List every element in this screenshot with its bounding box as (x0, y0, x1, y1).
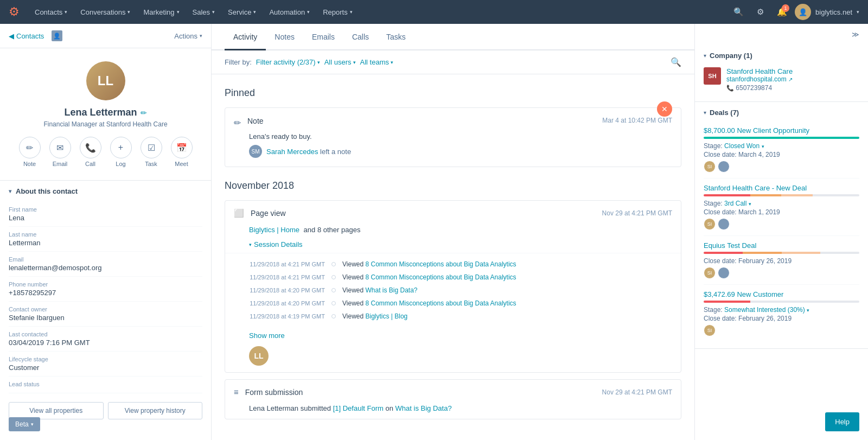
page-view-main-link[interactable]: Biglytics | Home (249, 226, 299, 234)
contacts-header: ◀ Contacts 👤 Actions ▾ (0, 24, 211, 48)
company-url-link[interactable]: stanfordhospital.com (726, 75, 787, 83)
back-to-contacts[interactable]: ◀ Contacts (9, 32, 44, 40)
note-button[interactable]: ✏ Note (19, 137, 41, 167)
nav-sales[interactable]: Sales ▾ (186, 0, 222, 24)
tab-activity[interactable]: Activity (225, 24, 266, 50)
page-view-timestamp: Nov 29 at 4:21 PM GMT (602, 209, 672, 217)
session-dot-1 (331, 262, 336, 266)
task-button[interactable]: ☑ Task (141, 137, 162, 167)
deal-avatars-2: SI (704, 218, 859, 230)
company-logo: SH (704, 67, 721, 85)
settings-button[interactable]: ⚙ (751, 3, 769, 21)
nav-automation[interactable]: Automation ▾ (263, 0, 316, 24)
unpin-button[interactable]: ✕ (657, 101, 672, 117)
note-author-name: Sarah Mercedes (266, 148, 318, 156)
session-page-link-2[interactable]: 8 Common Misconceptions about Big Data A… (365, 273, 516, 281)
property-email: Email lenaletterman@demospot.org (9, 252, 202, 277)
log-button[interactable]: + Log (110, 137, 132, 167)
account-dropdown-icon[interactable]: ▾ (857, 9, 859, 15)
users-filter-button[interactable]: All users ▾ (324, 58, 356, 66)
account-name[interactable]: biglytics.net (815, 8, 852, 16)
deal-progress-1 (704, 137, 859, 139)
deal-avatar-1a: SI (704, 161, 716, 173)
nav-conversations[interactable]: Conversations ▾ (74, 0, 137, 24)
deal-stage-1[interactable]: Closed Won (724, 142, 760, 150)
session-details: 11/29/2018 at 4:21 PM GMT Viewed 8 Commo… (225, 253, 681, 329)
deal-name-2[interactable]: Stanford Health Care - New Deal (704, 184, 859, 192)
deal-item-3: Equius Test Deal Close date: February 26… (704, 236, 859, 285)
meet-button[interactable]: 📅 Meet (171, 137, 193, 167)
user-avatar-button[interactable]: 👤 (795, 4, 811, 20)
beta-badge[interactable]: Beta ▾ (9, 417, 40, 431)
phone-icon: 📞 (726, 85, 734, 91)
company-section: ▾ Company (1) SH Stanford Health Care st… (695, 45, 868, 102)
form-link[interactable]: [1] Default Form (333, 404, 384, 412)
session-details-toggle[interactable]: ▾ Session Details (225, 238, 681, 253)
session-page-link-4[interactable]: 8 Common Misconceptions about Big Data A… (365, 299, 516, 307)
page-view-links: Biglytics | Home and 8 other pages (225, 226, 681, 238)
right-panel: ≫ ▾ Company (1) SH Stanford Health Care … (694, 24, 868, 440)
nav-contacts[interactable]: Contacts ▾ (28, 0, 74, 24)
notifications-button[interactable]: 🔔 1 (773, 3, 790, 21)
note-text: Lena's ready to buy. (249, 132, 672, 141)
company-name[interactable]: Stanford Health Care (726, 67, 859, 75)
tab-notes[interactable]: Notes (266, 24, 303, 50)
nav-service[interactable]: Service ▾ (221, 0, 263, 24)
form-submission-timestamp: Nov 29 at 4:21 PM GMT (602, 388, 672, 396)
filter-by-label: Filter by: (225, 58, 252, 66)
collapse-right-panel-button[interactable]: ≫ (695, 24, 868, 45)
form-submission-text: Lena Letterman submitted [1] Default For… (225, 404, 681, 419)
help-button[interactable]: Help (825, 412, 859, 431)
external-link-icon: ↗ (788, 76, 793, 82)
form-submission-icon: ≡ (234, 387, 239, 397)
deal-avatar-2b (718, 218, 730, 230)
pinned-note-card: ✕ ✏ Note Mar 4 at 10:42 PM GMT Lena's re… (225, 107, 681, 167)
feed-user-avatar: LL (249, 346, 269, 366)
deal-stage-4[interactable]: Somewhat Interested (30%) (724, 306, 805, 314)
nav-reports[interactable]: Reports ▾ (316, 0, 359, 24)
session-page-link-1[interactable]: 8 Common Misconceptions about Big Data A… (365, 260, 516, 268)
deal-stage-2[interactable]: 3rd Call (724, 200, 746, 207)
session-page-link-3[interactable]: What is Big Data? (365, 286, 417, 294)
contact-title: Financial Manager at Stanford Health Car… (43, 120, 167, 128)
deal-close-date-2: March 1, 2019 (738, 208, 780, 216)
show-more-button[interactable]: Show more (225, 329, 681, 346)
top-navigation: ⚙ Contacts ▾ Conversations ▾ Marketing ▾… (0, 0, 868, 24)
search-button[interactable]: 🔍 (730, 3, 747, 21)
hubspot-logo[interactable]: ⚙ (9, 5, 20, 19)
tab-emails[interactable]: Emails (303, 24, 343, 50)
add-contact-icon[interactable]: 👤 (52, 30, 62, 41)
call-button[interactable]: 📞 Call (80, 137, 101, 167)
view-property-history-button[interactable]: View property history (108, 402, 203, 419)
contact-action-buttons: ✏ Note ✉ Email 📞 Call + Log ☑ Task (19, 128, 193, 171)
company-section-header[interactable]: ▾ Company (1) (704, 52, 859, 60)
teams-filter-button[interactable]: All teams ▾ (360, 58, 393, 66)
note-type-label: Note (247, 117, 264, 125)
edit-contact-icon[interactable]: ✏ (141, 109, 147, 117)
property-phone: Phone number +18578295297 (9, 277, 202, 302)
session-dot-4 (331, 301, 336, 305)
deal-name-1[interactable]: $8,700.00 New Client Opportunity (704, 126, 859, 135)
deal-item-1: $8,700.00 New Client Opportunity Stage: … (704, 121, 859, 178)
deal-name-3[interactable]: Equius Test Deal (704, 241, 859, 250)
page-layout: ◀ Contacts 👤 Actions ▾ LL Lena Letterman… (0, 24, 868, 440)
tab-tasks[interactable]: Tasks (378, 24, 414, 50)
session-page-link-5[interactable]: Biglytics | Blog (365, 313, 407, 320)
beta-dropdown-icon: ▾ (31, 422, 34, 427)
filter-search-icon[interactable]: 🔍 (671, 57, 681, 67)
session-dot-2 (331, 275, 336, 279)
form-page-link[interactable]: What is Big Data? (395, 404, 452, 412)
nav-marketing[interactable]: Marketing ▾ (137, 0, 186, 24)
deals-section-title: Deals (7) (710, 109, 859, 117)
deals-section-header[interactable]: ▾ Deals (7) (704, 109, 859, 117)
about-section-header[interactable]: ▾ About this contact (9, 181, 202, 202)
activity-filter-button[interactable]: Filter activity (2/37) ▾ (256, 58, 320, 66)
actions-dropdown[interactable]: Actions ▾ (174, 32, 202, 40)
feed-avatar-row: LL (225, 346, 681, 372)
session-dot-3 (331, 288, 336, 292)
about-chevron-icon: ▾ (9, 188, 11, 194)
tab-calls[interactable]: Calls (343, 24, 378, 50)
form-submission-title: Form submission (245, 388, 596, 397)
deal-name-4[interactable]: $3,472.69 New Customer (704, 290, 859, 298)
email-button[interactable]: ✉ Email (49, 137, 71, 167)
